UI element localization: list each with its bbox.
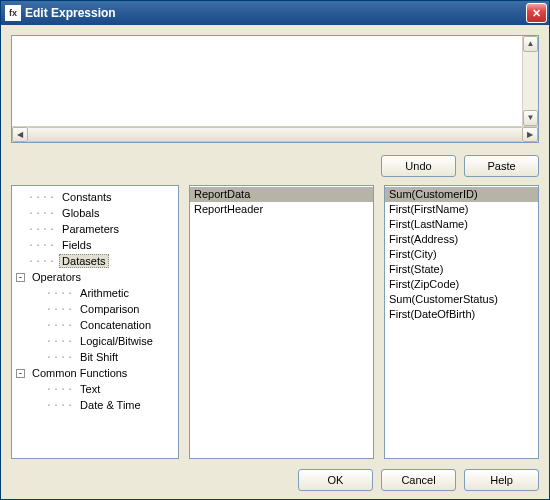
collapse-icon[interactable]: - — [16, 273, 25, 282]
window-title: Edit Expression — [25, 6, 526, 20]
tree-item-label: Parameters — [59, 223, 122, 235]
tree-item-label: Date & Time — [77, 399, 144, 411]
paste-button[interactable]: Paste — [464, 155, 539, 177]
list-item[interactable]: First(State) — [385, 262, 538, 277]
category-tree-panel: ····Constants····Globals····Parameters··… — [11, 185, 179, 459]
dataset-list[interactable]: ReportDataReportHeader — [190, 186, 373, 458]
cancel-button[interactable]: Cancel — [381, 469, 456, 491]
titlebar[interactable]: fx Edit Expression ✕ — [1, 1, 549, 25]
tree-branch-icon: ···· — [44, 336, 74, 347]
list-item[interactable]: First(ZipCode) — [385, 277, 538, 292]
tree-branch-icon: ···· — [26, 208, 56, 219]
tree-item-label: Comparison — [77, 303, 142, 315]
tree-item[interactable]: -Common Functions — [14, 365, 178, 381]
editor-horizontal-scrollbar[interactable]: ◀ ▶ — [12, 126, 538, 142]
help-button[interactable]: Help — [464, 469, 539, 491]
tree-item[interactable]: ····Arithmetic — [14, 285, 178, 301]
tree-item[interactable]: ····Datasets — [14, 253, 178, 269]
tree-branch-icon: ···· — [44, 400, 74, 411]
tree-branch-icon: ···· — [26, 256, 56, 267]
tree-branch-icon: ···· — [26, 192, 56, 203]
tree-item-label: Concatenation — [77, 319, 154, 331]
tree-branch-icon: ···· — [44, 304, 74, 315]
tree-item[interactable]: ····Text — [14, 381, 178, 397]
tree-item-label: Operators — [29, 271, 84, 283]
list-item[interactable]: First(FirstName) — [385, 202, 538, 217]
dialog-content: ▲ ▼ ◀ ▶ Undo Paste ····Constants····Glob… — [1, 25, 549, 499]
list-item[interactable]: Sum(CustomerStatus) — [385, 292, 538, 307]
scroll-down-button[interactable]: ▼ — [523, 110, 538, 126]
list-item[interactable]: ReportHeader — [190, 202, 373, 217]
edit-expression-dialog: fx Edit Expression ✕ ▲ ▼ ◀ ▶ Undo Paste — [0, 0, 550, 500]
tree-branch-icon: ···· — [44, 352, 74, 363]
scroll-track[interactable] — [28, 127, 522, 142]
tree-item-label: Globals — [59, 207, 102, 219]
dialog-buttons: OK Cancel Help — [11, 459, 539, 491]
tree-item-label: Datasets — [59, 254, 108, 268]
list-item[interactable]: ReportData — [190, 187, 373, 202]
list-item[interactable]: First(City) — [385, 247, 538, 262]
tree-item[interactable]: ····Concatenation — [14, 317, 178, 333]
tree-item[interactable]: ····Constants — [14, 189, 178, 205]
list-item[interactable]: Sum(CustomerID) — [385, 187, 538, 202]
tree-item[interactable]: -Operators — [14, 269, 178, 285]
field-list[interactable]: Sum(CustomerID)First(FirstName)First(Las… — [385, 186, 538, 458]
tree-item[interactable]: ····Date & Time — [14, 397, 178, 413]
tree-branch-icon: ···· — [44, 320, 74, 331]
tree-item[interactable]: ····Parameters — [14, 221, 178, 237]
tree-item-label: Logical/Bitwise — [77, 335, 156, 347]
undo-button[interactable]: Undo — [381, 155, 456, 177]
tree-branch-icon: ···· — [44, 384, 74, 395]
category-tree[interactable]: ····Constants····Globals····Parameters··… — [12, 186, 178, 458]
tree-item[interactable]: ····Logical/Bitwise — [14, 333, 178, 349]
tree-item-label: Bit Shift — [77, 351, 121, 363]
tree-item[interactable]: ····Fields — [14, 237, 178, 253]
scroll-up-button[interactable]: ▲ — [523, 36, 538, 52]
close-icon: ✕ — [532, 7, 541, 20]
expression-textarea[interactable] — [12, 36, 522, 126]
tree-branch-icon: ···· — [26, 240, 56, 251]
tree-item-label: Arithmetic — [77, 287, 132, 299]
tree-item-label: Text — [77, 383, 103, 395]
close-button[interactable]: ✕ — [526, 3, 547, 23]
tree-branch-icon: ···· — [26, 224, 56, 235]
editor-toolbar: Undo Paste — [11, 143, 539, 185]
list-item[interactable]: First(Address) — [385, 232, 538, 247]
tree-item[interactable]: ····Globals — [14, 205, 178, 221]
tree-item-label: Fields — [59, 239, 94, 251]
expression-editor-container: ▲ ▼ ◀ ▶ — [11, 35, 539, 143]
scroll-left-button[interactable]: ◀ — [12, 127, 28, 142]
dataset-list-panel: ReportDataReportHeader — [189, 185, 374, 459]
tree-item[interactable]: ····Comparison — [14, 301, 178, 317]
app-icon: fx — [5, 5, 21, 21]
tree-branch-icon: ···· — [44, 288, 74, 299]
scroll-right-button[interactable]: ▶ — [522, 127, 538, 142]
ok-button[interactable]: OK — [298, 469, 373, 491]
browser-panes: ····Constants····Globals····Parameters··… — [11, 185, 539, 459]
tree-item[interactable]: ····Bit Shift — [14, 349, 178, 365]
tree-item-label: Common Functions — [29, 367, 130, 379]
tree-item-label: Constants — [59, 191, 115, 203]
field-list-panel: Sum(CustomerID)First(FirstName)First(Las… — [384, 185, 539, 459]
editor-vertical-scrollbar[interactable]: ▲ ▼ — [522, 36, 538, 126]
list-item[interactable]: First(LastName) — [385, 217, 538, 232]
collapse-icon[interactable]: - — [16, 369, 25, 378]
list-item[interactable]: First(DateOfBirth) — [385, 307, 538, 322]
